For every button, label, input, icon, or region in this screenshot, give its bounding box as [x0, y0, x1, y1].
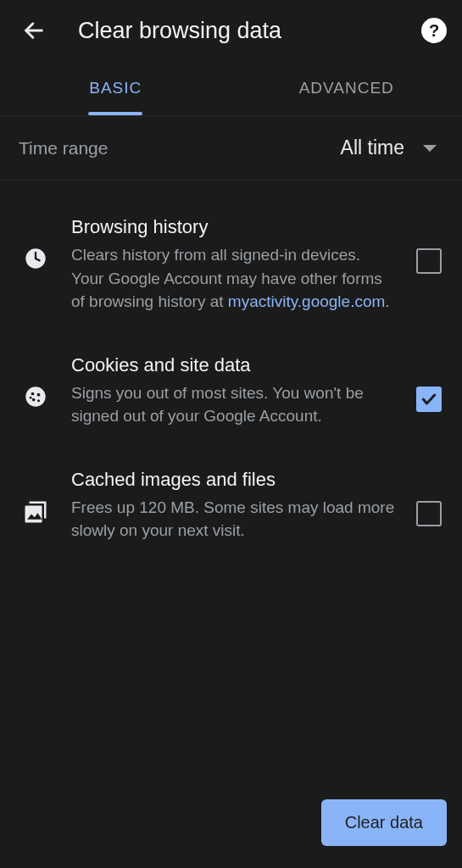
- help-icon: ?: [429, 21, 439, 41]
- arrow-left-icon: [22, 19, 46, 42]
- back-button[interactable]: [15, 12, 53, 49]
- option-description: Signs you out of most sites. You won't b…: [71, 381, 396, 428]
- clock-icon: [20, 216, 51, 270]
- time-range-label: Time range: [19, 138, 341, 159]
- option-browsing-history[interactable]: Browsing history Clears history from all…: [0, 196, 462, 334]
- svg-point-7: [30, 396, 32, 398]
- tab-basic[interactable]: BASIC: [0, 61, 231, 115]
- svg-point-5: [32, 398, 36, 401]
- svg-point-4: [37, 392, 41, 396]
- option-title: Cached images and files: [71, 469, 396, 491]
- svg-point-6: [37, 399, 40, 402]
- option-cookies[interactable]: Cookies and site data Signs you out of m…: [0, 334, 462, 448]
- clear-data-button[interactable]: Clear data: [321, 799, 447, 846]
- checkbox-cached[interactable]: [416, 501, 442, 526]
- option-description: Frees up 120 MB. Some sites may load mor…: [71, 496, 396, 542]
- svg-rect-8: [25, 505, 42, 522]
- svg-point-3: [31, 392, 35, 395]
- time-range-value: All time: [341, 136, 404, 159]
- tab-advanced[interactable]: ADVANCED: [231, 61, 463, 115]
- option-description: Clears history from all signed-in device…: [71, 243, 396, 314]
- option-cached[interactable]: Cached images and files Frees up 120 MB.…: [0, 448, 462, 563]
- footer: Clear data: [0, 792, 462, 868]
- page-title: Clear browsing data: [53, 18, 421, 44]
- tabs: BASIC ADVANCED: [0, 61, 462, 115]
- header: Clear browsing data ?: [0, 0, 462, 61]
- option-body: Cached images and files Frees up 120 MB.…: [71, 469, 396, 542]
- help-button[interactable]: ?: [421, 18, 447, 43]
- image-stack-icon: [20, 469, 51, 525]
- checkbox-browsing-history[interactable]: [416, 248, 442, 274]
- option-body: Browsing history Clears history from all…: [71, 216, 396, 314]
- svg-point-2: [25, 387, 45, 406]
- time-range-row: Time range All time: [0, 116, 462, 180]
- option-title: Browsing history: [71, 216, 396, 238]
- option-title: Cookies and site data: [71, 354, 396, 376]
- checkbox-cookies[interactable]: [416, 387, 442, 412]
- chevron-down-icon: [423, 145, 437, 152]
- option-body: Cookies and site data Signs you out of m…: [71, 354, 396, 428]
- myactivity-link[interactable]: myactivity.google.com: [228, 292, 386, 310]
- time-range-select[interactable]: All time: [341, 136, 443, 159]
- options-list: Browsing history Clears history from all…: [0, 181, 462, 563]
- cookie-icon: [20, 354, 51, 409]
